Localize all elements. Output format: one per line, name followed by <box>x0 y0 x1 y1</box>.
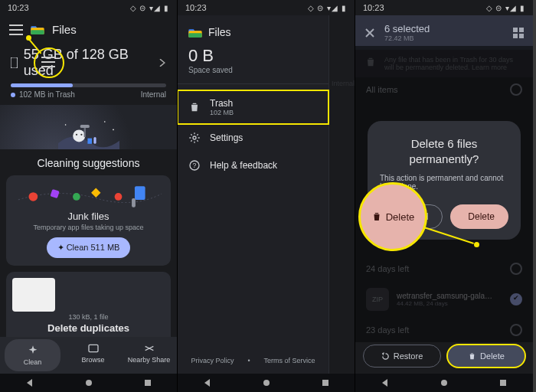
screenshot-1-clean: 10:23 ◇ ⊝ ▾◢ ▮ Files 55 GB of 128 GB use… <box>0 0 178 392</box>
drawer-item-help[interactable]: ? Help & feedback <box>178 152 328 179</box>
status-time: 10:23 <box>363 3 384 12</box>
svg-point-10 <box>64 124 66 126</box>
svg-rect-30 <box>513 28 518 32</box>
svg-rect-33 <box>519 34 524 38</box>
svg-rect-24 <box>188 33 201 38</box>
grid-view-icon[interactable] <box>513 28 524 38</box>
selection-bar: 6 selected 72.42 MB <box>355 15 533 50</box>
tab-nearby-share[interactable]: Nearby Share <box>121 337 177 374</box>
clean-junk-button[interactable]: ✦ Clean 511 MB <box>47 237 131 258</box>
duplicates-meta: 130 kB, 1 file <box>12 313 165 321</box>
svg-rect-31 <box>519 28 524 32</box>
status-icons: ◇ ⊝ ▾◢ ▮ <box>130 4 169 12</box>
storage-summary[interactable]: 55 GB of 128 GB used 102 MB in Trash Int… <box>0 44 177 105</box>
hamburger-magnified <box>41 57 55 67</box>
svg-point-4 <box>75 134 77 136</box>
chevron-right-icon <box>159 59 166 67</box>
svg-point-25 <box>193 136 196 139</box>
trash-dot-icon <box>11 93 15 97</box>
drawer-trash-size: 102 MB <box>210 109 234 116</box>
status-bar: 10:23 ◇ ⊝ ▾◢ ▮ <box>355 0 533 15</box>
svg-rect-18 <box>135 186 145 200</box>
tab-browse[interactable]: Browse <box>65 337 121 374</box>
status-time: 10:23 <box>8 3 29 12</box>
thumbnail <box>12 278 55 312</box>
drawer-footer: Privacy Policy • Terms of Service <box>178 348 328 374</box>
drawer-title: Files <box>208 26 231 38</box>
svg-rect-32 <box>513 34 518 38</box>
svg-point-21 <box>86 380 92 386</box>
svg-rect-6 <box>87 139 92 144</box>
selected-size: 72.42 MB <box>384 34 430 42</box>
svg-point-15 <box>73 193 80 201</box>
svg-point-28 <box>263 380 270 386</box>
svg-rect-29 <box>322 380 328 386</box>
svg-point-17 <box>115 193 123 201</box>
svg-rect-16 <box>91 188 100 198</box>
space-saved-value: 0 B <box>188 46 318 66</box>
navigation-drawer: Files 0 B Space saved Trash102 MB Settin… <box>178 15 329 374</box>
junk-title: Junk files <box>14 211 163 222</box>
space-saved-label: Space saved <box>188 66 318 74</box>
tos-link[interactable]: Terms of Service <box>264 357 315 364</box>
storage-location: Internal <box>141 90 166 99</box>
svg-rect-20 <box>89 345 98 351</box>
svg-rect-22 <box>145 380 151 386</box>
drawer-item-trash[interactable]: Trash102 MB <box>178 90 328 124</box>
svg-point-3 <box>73 129 85 142</box>
selected-count: 6 selected <box>384 23 430 34</box>
system-nav[interactable] <box>355 374 533 392</box>
restore-button[interactable]: Restore <box>363 345 441 368</box>
privacy-policy-link[interactable]: Privacy Policy <box>191 357 234 364</box>
svg-rect-35 <box>500 380 506 386</box>
svg-text:?: ? <box>193 162 197 169</box>
duplicates-title: Delete duplicates <box>12 322 165 334</box>
bottom-nav: Clean Browse Nearby Share <box>0 337 177 374</box>
trash-size: 102 MB in Trash <box>19 90 75 99</box>
app-title: Files <box>52 23 77 36</box>
trash-icon <box>188 101 201 113</box>
junk-files-card[interactable]: Junk files Temporary app files taking up… <box>6 175 171 266</box>
svg-point-13 <box>29 192 38 201</box>
screenshot-3-delete-dialog: 10:23 ◇ ⊝ ▾◢ ▮ 6 selected 72.42 MB Any f… <box>355 0 533 392</box>
section-title: Cleaning suggestions <box>0 149 177 175</box>
system-nav[interactable] <box>0 374 177 392</box>
svg-point-34 <box>441 380 447 386</box>
status-icons: ◇ ⊝ ▾◢ ▮ <box>486 4 525 12</box>
svg-point-12 <box>113 129 114 131</box>
drawer-settings-label: Settings <box>210 132 243 143</box>
storage-bar <box>11 83 166 87</box>
svg-point-11 <box>104 121 106 122</box>
svg-rect-2 <box>11 57 18 68</box>
svg-rect-1 <box>31 30 44 34</box>
screenshot-2-drawer: 10:23 ◇ ⊝ ▾◢ ▮ Internal Files 0 B Space … <box>178 0 355 392</box>
help-icon: ? <box>188 159 201 172</box>
files-logo-icon <box>188 28 202 38</box>
svg-rect-7 <box>93 137 96 144</box>
close-icon[interactable] <box>364 28 375 38</box>
files-logo-icon <box>31 24 44 34</box>
svg-rect-9 <box>80 125 89 128</box>
junk-subtitle: Temporary app files taking up space <box>14 224 163 231</box>
drawer-trash-label: Trash <box>210 98 234 109</box>
delete-button[interactable]: Delete <box>447 345 525 368</box>
space-saved: 0 B Space saved <box>178 41 328 77</box>
drawer-item-settings[interactable]: Settings <box>178 124 328 152</box>
svg-rect-14 <box>50 189 59 198</box>
tab-clean[interactable]: Clean <box>5 339 60 371</box>
drawer-help-label: Help & feedback <box>210 160 277 171</box>
junk-illustration <box>14 183 163 209</box>
status-time: 10:23 <box>185 3 207 12</box>
status-bar: 10:23 ◇ ⊝ ▾◢ ▮ <box>0 0 177 15</box>
status-bar: 10:23 ◇ ⊝ ▾◢ ▮ <box>178 0 355 15</box>
gear-icon <box>188 132 201 144</box>
hero-illustration <box>0 105 177 149</box>
dialog-title: Delete 6 filespermanently? <box>380 136 508 166</box>
svg-point-5 <box>80 134 82 136</box>
svg-rect-19 <box>132 198 136 207</box>
hamburger-menu-icon[interactable] <box>9 24 23 35</box>
dialog-delete-button[interactable]: Delete <box>450 204 508 229</box>
background-faded: Internal <box>328 43 355 374</box>
system-nav[interactable] <box>178 374 355 392</box>
status-icons: ◇ ⊝ ▾◢ ▮ <box>308 4 347 12</box>
